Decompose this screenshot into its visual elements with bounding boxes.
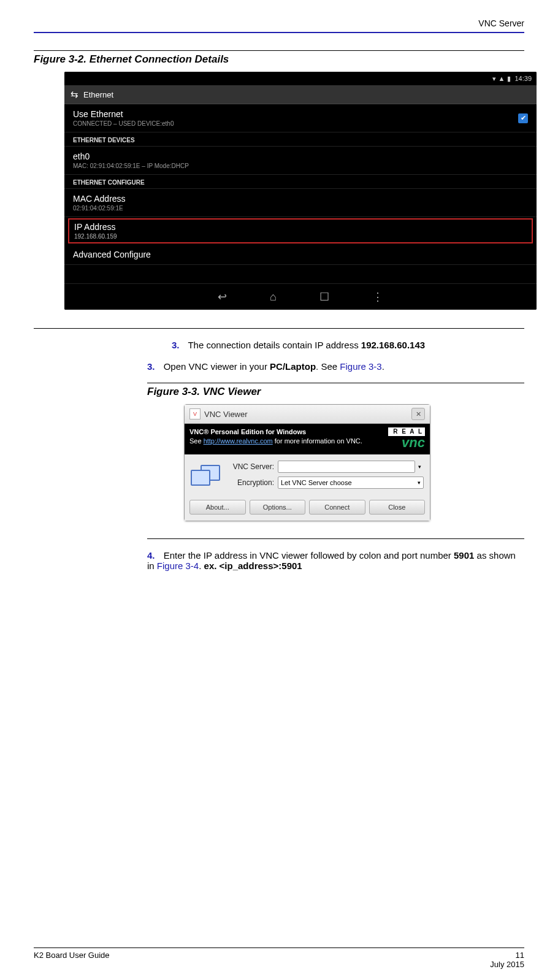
ip-address-sub: 192.168.60.159	[74, 233, 527, 240]
status-icons: ▾ ▲ ▮	[492, 75, 511, 83]
step-3b-text-b: . See	[316, 361, 340, 372]
header-rule	[34, 32, 524, 33]
battery-icon: ▮	[507, 75, 511, 83]
nav-back-icon[interactable]: ↩	[218, 290, 227, 304]
step-3b-number: 3.	[147, 361, 161, 372]
use-ethernet-title: Use Ethernet	[73, 109, 174, 119]
ip-address-item[interactable]: IP Address 192.168.60.159	[68, 218, 533, 243]
status-time: 14:39	[514, 75, 532, 82]
step-3b: 3. Open VNC viewer in your PC/Laptop. Se…	[147, 361, 524, 372]
figure-3-3-rule-bottom	[147, 538, 524, 539]
vnc-see-text-b: for more information on VNC.	[273, 437, 362, 445]
step-3a-number: 3.	[172, 340, 186, 350]
use-ethernet-item[interactable]: Use Ethernet CONNECTED – USED DEVICE:eth…	[64, 104, 537, 132]
step-4: 4. Enter the IP address in VNC viewer fo…	[147, 550, 524, 571]
step-3b-text-c: .	[382, 361, 384, 372]
ip-address-title: IP Address	[74, 222, 527, 232]
advanced-configure-title: Advanced Configure	[73, 250, 528, 259]
figure-3-4-link[interactable]: Figure 3-4	[157, 561, 199, 571]
figure-3-3-caption: Figure 3-3. VNC Viewer	[147, 386, 524, 398]
ethernet-icon: ⇆	[71, 89, 78, 100]
mac-address-title: MAC Address	[73, 194, 528, 204]
figure-3-2-rule-top	[34, 50, 524, 51]
encryption-value: Let VNC Server choose	[281, 479, 418, 486]
step-4-number: 4.	[147, 550, 161, 561]
step-4-port: 5901	[454, 550, 474, 561]
vnc-url-link[interactable]: http://www.realvnc.com	[204, 437, 273, 445]
figure-3-2-caption: Figure 3-2. Ethernet Connection Details	[34, 53, 524, 66]
vnc-form: VNC Server: ▾ Encryption: Let VNC Server…	[185, 454, 430, 496]
advanced-configure-item[interactable]: Advanced Configure	[64, 245, 537, 265]
figure-3-3-rule-top	[147, 383, 524, 383]
vnc-edition-line: VNC® Personal Edition for Windows	[189, 428, 306, 435]
status-icon: ▾	[492, 75, 496, 83]
mac-address-sub: 02:91:04:02:59:1E	[73, 205, 528, 212]
vnc-see-text: See	[189, 437, 204, 445]
vnc-button-row: About... Options... Connect Close	[185, 496, 430, 521]
figure-3-3-link[interactable]: Figure 3-3	[340, 361, 381, 372]
nav-home-icon[interactable]: ⌂	[270, 291, 277, 304]
vnc-server-input[interactable]	[278, 461, 415, 473]
dropdown-icon[interactable]: ▾	[415, 464, 424, 470]
vnc-app-icon: V	[189, 408, 201, 419]
vnc-window-title: VNC Viewer	[204, 410, 248, 419]
step-3b-text-a: Open VNC viewer in your	[164, 361, 270, 372]
close-button[interactable]: Close	[369, 500, 426, 515]
footer-date: July 2015	[490, 960, 524, 969]
step-3a: 3. The connection details contain IP add…	[172, 340, 524, 350]
use-ethernet-checkbox[interactable]: ✔	[518, 113, 528, 123]
step-4-text-c: .	[199, 561, 204, 571]
eth0-title: eth0	[73, 151, 528, 161]
connect-button[interactable]: Connect	[309, 500, 365, 515]
page-footer: K2 Board User Guide 11 July 2015	[34, 947, 524, 969]
mac-address-item[interactable]: MAC Address 02:91:04:02:59:1E	[64, 189, 537, 217]
android-status-bar: ▾ ▲ ▮ 14:39	[64, 72, 537, 85]
step-3a-text: The connection details contain IP addres…	[188, 340, 361, 350]
dropdown-icon: ▾	[418, 480, 421, 486]
step-3a-ip: 192.168.60.143	[361, 340, 425, 350]
figure-3-3-screenshot: V VNC Viewer ✕ VNC® Personal Edition for…	[184, 404, 430, 521]
section-ethernet-devices: ETHERNET DEVICES	[64, 132, 537, 147]
vnc-info-panel: VNC® Personal Edition for Windows See ht…	[185, 424, 430, 454]
options-button[interactable]: Options...	[250, 500, 306, 515]
realvnc-logo: R E A L vnc	[388, 427, 425, 450]
encryption-select[interactable]: Let VNC Server choose ▾	[278, 477, 424, 489]
ethernet-title-row: ⇆ Ethernet	[64, 85, 537, 104]
eth0-sub: MAC: 02:91:04:02:59:1E – IP Mode:DHCP	[73, 163, 528, 169]
monitors-icon	[191, 465, 220, 488]
use-ethernet-sub: CONNECTED – USED DEVICE:eth0	[73, 120, 174, 127]
encryption-label: Encryption:	[226, 478, 278, 487]
page-header-title: VNC Server	[34, 18, 524, 32]
step-3b-bold: PC/Laptop	[270, 361, 316, 372]
figure-3-2-rule-bottom	[34, 328, 524, 329]
logo-vnc: vnc	[388, 436, 425, 450]
footer-left: K2 Board User Guide	[34, 951, 490, 969]
close-icon[interactable]: ✕	[411, 408, 425, 420]
section-ethernet-configure: ETHERNET CONFIGURE	[64, 175, 537, 189]
vnc-server-label: VNC Server:	[226, 462, 278, 471]
about-button[interactable]: About...	[189, 500, 246, 515]
footer-page-number: 11	[490, 951, 524, 960]
wifi-icon: ▲	[499, 75, 505, 82]
ethernet-title: Ethernet	[83, 90, 113, 99]
step-4-example: ex. <ip_address>:5901	[204, 561, 302, 571]
nav-menu-icon[interactable]: ⋮	[372, 290, 383, 304]
step-4-text-a: Enter the IP address in VNC viewer follo…	[164, 550, 454, 561]
figure-3-2-screenshot: ▾ ▲ ▮ 14:39 ⇆ Ethernet Use Ethernet CONN…	[64, 72, 537, 310]
nav-recent-icon[interactable]: ☐	[319, 290, 329, 304]
eth0-item[interactable]: eth0 MAC: 02:91:04:02:59:1E – IP Mode:DH…	[64, 147, 537, 175]
android-nav-bar: ↩ ⌂ ☐ ⋮	[64, 283, 537, 310]
vnc-titlebar: V VNC Viewer ✕	[185, 405, 430, 424]
